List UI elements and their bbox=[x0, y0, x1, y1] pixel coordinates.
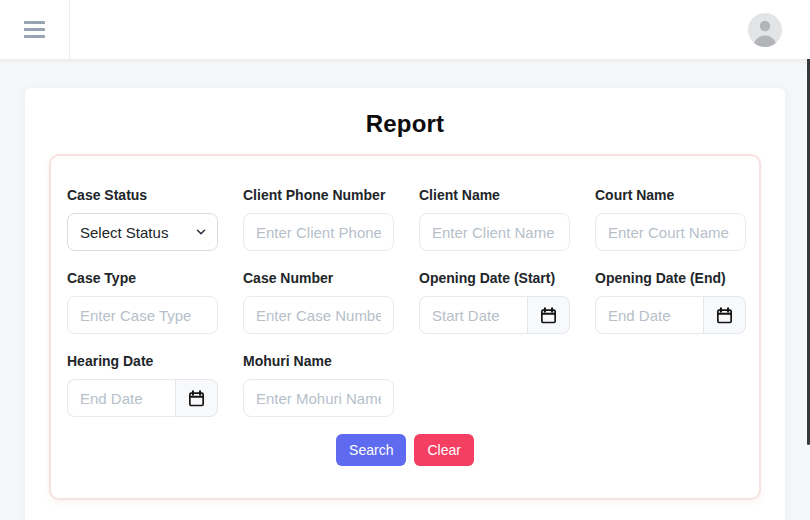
field-opening-date-end: Opening Date (End) bbox=[595, 270, 746, 334]
hearing-date-label: Hearing Date bbox=[67, 353, 218, 369]
hamburger-icon bbox=[24, 21, 45, 39]
form-actions: Search Clear bbox=[67, 434, 743, 466]
case-status-select-wrap: Select Status bbox=[67, 213, 218, 251]
user-avatar[interactable] bbox=[748, 13, 782, 47]
field-case-number: Case Number bbox=[243, 270, 394, 334]
field-client-name: Client Name bbox=[419, 187, 570, 251]
opening-date-end-label: Opening Date (End) bbox=[595, 270, 746, 286]
court-name-input[interactable] bbox=[595, 213, 746, 251]
hearing-date-group bbox=[67, 379, 218, 417]
calendar-icon bbox=[539, 306, 558, 325]
opening-date-end-calendar-button[interactable] bbox=[703, 296, 746, 334]
case-status-label: Case Status bbox=[67, 187, 218, 203]
sidebar-toggle-button[interactable] bbox=[0, 0, 70, 59]
client-name-label: Client Name bbox=[419, 187, 570, 203]
mohuri-name-label: Mohuri Name bbox=[243, 353, 394, 369]
filter-form: Case Status Select Status Client Phone N… bbox=[49, 154, 761, 500]
hearing-date-input[interactable] bbox=[67, 379, 175, 417]
calendar-icon bbox=[715, 306, 734, 325]
calendar-icon bbox=[187, 389, 206, 408]
client-phone-input[interactable] bbox=[243, 213, 394, 251]
opening-date-end-input[interactable] bbox=[595, 296, 703, 334]
client-phone-label: Client Phone Number bbox=[243, 187, 394, 203]
case-number-input[interactable] bbox=[243, 296, 394, 334]
court-name-label: Court Name bbox=[595, 187, 746, 203]
opening-date-end-group bbox=[595, 296, 746, 334]
opening-date-start-group bbox=[419, 296, 570, 334]
report-card: Report Case Status Select Status Client … bbox=[25, 88, 785, 520]
mohuri-name-input[interactable] bbox=[243, 379, 394, 417]
case-type-label: Case Type bbox=[67, 270, 218, 286]
field-case-type: Case Type bbox=[67, 270, 218, 334]
client-name-input[interactable] bbox=[419, 213, 570, 251]
case-status-select[interactable]: Select Status bbox=[67, 213, 218, 251]
field-case-status: Case Status Select Status bbox=[67, 187, 218, 251]
case-number-label: Case Number bbox=[243, 270, 394, 286]
form-grid: Case Status Select Status Client Phone N… bbox=[67, 187, 743, 417]
case-type-input[interactable] bbox=[67, 296, 218, 334]
field-hearing-date: Hearing Date bbox=[67, 353, 218, 417]
hearing-date-calendar-button[interactable] bbox=[175, 379, 218, 417]
field-client-phone: Client Phone Number bbox=[243, 187, 394, 251]
person-icon bbox=[748, 13, 782, 47]
opening-date-start-calendar-button[interactable] bbox=[527, 296, 570, 334]
opening-date-start-label: Opening Date (Start) bbox=[419, 270, 570, 286]
field-opening-date-start: Opening Date (Start) bbox=[419, 270, 570, 334]
field-mohuri-name: Mohuri Name bbox=[243, 353, 394, 417]
field-court-name: Court Name bbox=[595, 187, 746, 251]
page-title: Report bbox=[49, 110, 761, 138]
top-navbar bbox=[0, 0, 810, 59]
search-button[interactable]: Search bbox=[336, 434, 406, 466]
clear-button[interactable]: Clear bbox=[414, 434, 473, 466]
opening-date-start-input[interactable] bbox=[419, 296, 527, 334]
